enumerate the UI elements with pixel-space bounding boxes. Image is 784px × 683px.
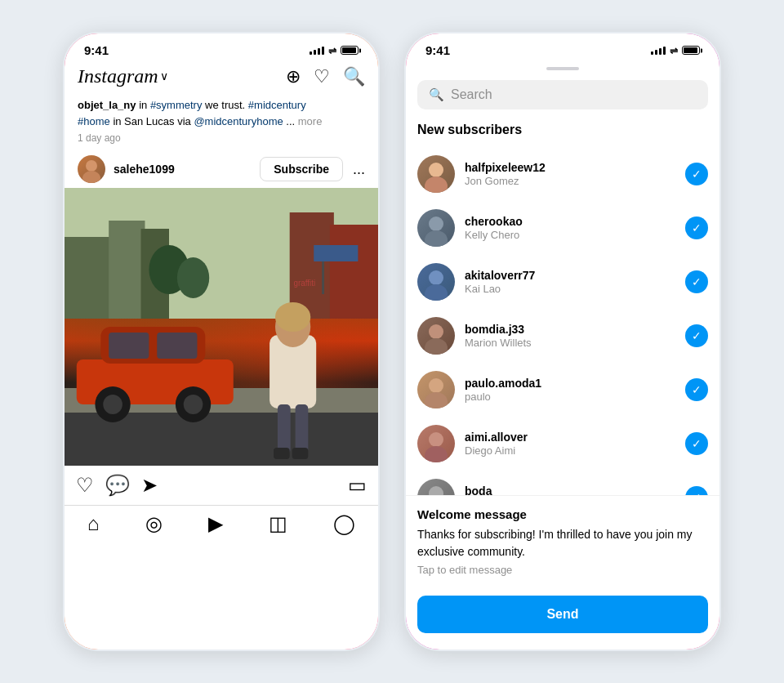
- nav-messenger-icon[interactable]: ◎: [145, 512, 163, 535]
- subscribe-button[interactable]: Subscribe: [260, 157, 343, 181]
- caption-hashtag3[interactable]: #home: [78, 115, 110, 127]
- check-icon-7[interactable]: ✓: [685, 486, 708, 495]
- svg-point-17: [103, 395, 122, 414]
- sub-username-4: bomdia.j33: [465, 323, 675, 336]
- search-placeholder[interactable]: Search: [451, 87, 697, 102]
- post-time: 1 day ago: [65, 131, 378, 150]
- check-icon-3[interactable]: ✓: [685, 270, 708, 293]
- list-item[interactable]: bomdia.j33 Marion Willets ✓: [406, 309, 719, 363]
- subscribers-list: halfpixeleew12 Jon Gomez ✓ cherookao Kel…: [406, 147, 719, 495]
- left-phone: 9:41 ⇌ Instagram ∨ ⊕: [62, 31, 381, 652]
- status-icons-right: ⇌: [651, 45, 700, 56]
- check-icon-4[interactable]: ✓: [685, 324, 708, 347]
- caption-username[interactable]: objet_la_ny: [78, 99, 136, 111]
- svg-point-36: [429, 324, 443, 339]
- post-actions: ♡ 💬 ➤ ▭: [65, 466, 378, 505]
- svg-point-24: [275, 302, 310, 332]
- list-item[interactable]: boda Diego Aimi ✓: [406, 471, 719, 495]
- sub-username-1: halfpixeleew12: [465, 161, 675, 174]
- nav-shop-icon[interactable]: ◫: [269, 512, 287, 535]
- signal-icon-right: [651, 47, 666, 55]
- add-post-icon[interactable]: ⊕: [286, 66, 301, 87]
- wifi-icon: ⇌: [328, 45, 336, 56]
- check-icon-6[interactable]: ✓: [685, 432, 708, 455]
- check-icon-5[interactable]: ✓: [685, 378, 708, 401]
- more-options-icon[interactable]: ...: [353, 161, 365, 178]
- logo-chevron[interactable]: ∨: [160, 69, 168, 83]
- svg-rect-28: [314, 245, 358, 261]
- svg-point-0: [86, 160, 97, 172]
- svg-point-42: [429, 486, 443, 495]
- svg-rect-4: [109, 221, 145, 319]
- search-bar[interactable]: 🔍 Search: [417, 80, 708, 109]
- sub-username-2: cherookao: [465, 215, 675, 228]
- svg-point-34: [429, 270, 443, 285]
- like-icon[interactable]: ♡: [76, 474, 94, 497]
- welcome-text: Thanks for subscribing! I'm thrilled to …: [417, 526, 708, 560]
- welcome-edit-hint[interactable]: Tap to edit message: [417, 564, 708, 576]
- subscriber-info-7: boda Diego Aimi: [465, 484, 675, 495]
- header-icons: ⊕ ♡ 🔍: [286, 66, 365, 87]
- svg-point-33: [425, 230, 448, 247]
- caption-text3: in San Lucas via: [113, 115, 194, 127]
- post-actions-left: ♡ 💬 ➤: [76, 474, 158, 497]
- drag-indicator: [546, 67, 579, 70]
- subscriber-info-3: akitaloverr77 Kai Lao: [465, 269, 675, 295]
- sub-realname-4: Marion Willets: [465, 337, 675, 349]
- save-icon[interactable]: ▭: [348, 474, 367, 497]
- check-icon-1[interactable]: ✓: [685, 163, 708, 185]
- instagram-logo: Instagram ∨: [78, 65, 168, 87]
- svg-point-37: [425, 338, 448, 355]
- subscriber-info-2: cherookao Kelly Chero: [465, 215, 675, 241]
- list-item[interactable]: paulo.amoda1 paulo ✓: [406, 363, 719, 417]
- svg-rect-14: [109, 333, 149, 359]
- svg-point-30: [429, 163, 443, 177]
- svg-rect-15: [157, 333, 197, 359]
- subscriber-avatar[interactable]: [78, 155, 105, 183]
- search-header-icon[interactable]: 🔍: [343, 66, 365, 87]
- svg-point-1: [82, 171, 100, 183]
- sub-username-7: boda: [465, 484, 675, 495]
- nav-home-icon[interactable]: ⌂: [87, 512, 100, 535]
- subscriber-info-4: bomdia.j33 Marion Willets: [465, 323, 675, 349]
- subscriber-info-6: aimi.allover Diego Aimi: [465, 431, 675, 457]
- list-item[interactable]: akitaloverr77 Kai Lao ✓: [406, 255, 719, 309]
- share-icon[interactable]: ➤: [141, 474, 158, 497]
- subscriber-username[interactable]: salehe1099: [114, 163, 175, 176]
- time-left: 9:41: [84, 43, 109, 57]
- list-item[interactable]: cherookao Kelly Chero ✓: [406, 201, 719, 255]
- comment-icon[interactable]: 💬: [105, 474, 130, 497]
- caption-hashtag2[interactable]: #midcentury: [248, 99, 306, 111]
- search-icon: 🔍: [429, 87, 444, 102]
- subscriber-info: salehe1099: [78, 155, 175, 183]
- nav-profile-icon[interactable]: ◯: [333, 512, 355, 535]
- svg-rect-25: [274, 448, 290, 459]
- caption-hashtag1[interactable]: #symmetry: [150, 99, 203, 111]
- sub-realname-5: paulo: [465, 391, 675, 403]
- svg-point-35: [425, 284, 448, 301]
- sub-realname-3: Kai Lao: [465, 283, 675, 295]
- sub-realname-2: Kelly Chero: [465, 229, 675, 241]
- subscriber-avatar-5: [417, 371, 455, 408]
- list-item[interactable]: halfpixeleew12 Jon Gomez ✓: [406, 147, 719, 201]
- caption-text2: we trust.: [205, 99, 248, 111]
- list-item[interactable]: aimi.allover Diego Aimi ✓: [406, 417, 719, 471]
- right-phone: 9:41 ⇌ 🔍: [403, 31, 722, 652]
- signal-icon: [310, 47, 324, 55]
- caption-mention[interactable]: @midcenturyhome: [194, 115, 283, 127]
- subscriber-avatar-7: [417, 479, 455, 495]
- subscriber-avatar-1: [417, 155, 455, 193]
- send-button[interactable]: Send: [417, 596, 708, 633]
- nav-reels-icon[interactable]: ▶: [208, 512, 223, 535]
- svg-rect-22: [296, 404, 309, 453]
- heart-icon[interactable]: ♡: [314, 66, 330, 87]
- svg-rect-7: [330, 225, 378, 319]
- instagram-header: Instagram ∨ ⊕ ♡ 🔍: [65, 60, 378, 94]
- check-icon-2[interactable]: ✓: [685, 217, 708, 239]
- section-title: New subscribers: [406, 123, 719, 147]
- sub-username-5: paulo.amoda1: [465, 377, 675, 390]
- svg-point-31: [425, 176, 448, 193]
- sub-username-3: akitaloverr77: [465, 269, 675, 282]
- caption-more[interactable]: more: [298, 115, 323, 127]
- svg-point-41: [425, 446, 448, 462]
